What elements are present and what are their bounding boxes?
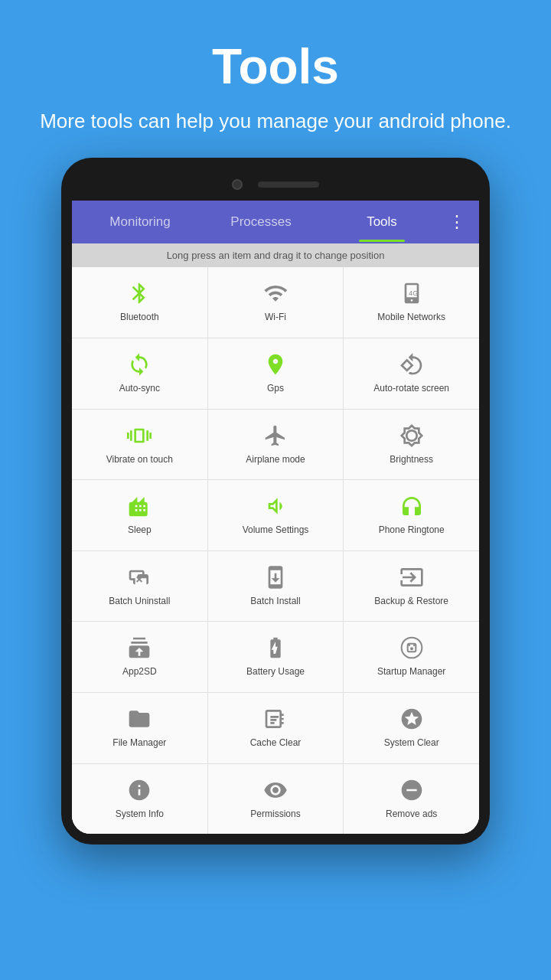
tool-brightness-label: Brightness (390, 454, 433, 466)
tool-batch-uninstall[interactable]: Batch Uninstall (72, 551, 207, 622)
volume-icon (263, 494, 288, 518)
tab-processes[interactable]: Processes (201, 202, 321, 242)
header: Tools More tools can help you manage you… (9, 0, 542, 158)
tool-auto-rotate[interactable]: Auto-rotate screen (344, 338, 479, 409)
sleep-icon (127, 494, 152, 518)
phone-notch (72, 168, 479, 201)
permissions-icon (263, 778, 288, 802)
tool-system-info-label: System Info (116, 808, 164, 821)
tool-ringtone-label: Phone Ringtone (379, 524, 445, 537)
tool-airplane[interactable]: Airplane mode (208, 410, 344, 480)
vibrate-icon (127, 423, 152, 448)
tool-mobile-networks[interactable]: 4G Mobile Networks (344, 267, 479, 338)
svg-point-3 (413, 645, 416, 647)
tool-vibrate[interactable]: Vibrate on touch (72, 410, 207, 480)
tool-batch-install[interactable]: Batch Install (208, 551, 344, 622)
tool-batch-uninstall-label: Batch Uninstall (109, 596, 170, 608)
tool-sleep[interactable]: Sleep (72, 480, 207, 550)
svg-point-4 (410, 648, 413, 651)
tool-volume[interactable]: Volume Settings (208, 480, 344, 550)
tool-backup-label: Backup & Restore (374, 596, 448, 608)
tab-monitoring[interactable]: Monitoring (80, 202, 201, 242)
tool-bluetooth-label: Bluetooth (120, 312, 159, 324)
gps-icon (263, 352, 288, 377)
tool-file-manager[interactable]: File Manager (72, 693, 207, 763)
tool-gps-label: Gps (267, 383, 284, 395)
tool-remove-ads-label: Remove ads (386, 808, 437, 821)
batch-uninstall-icon (127, 565, 152, 590)
tool-startup-label: Startup Manager (377, 666, 445, 678)
cache-clear-icon (263, 707, 288, 731)
tool-file-manager-label: File Manager (112, 737, 166, 750)
tool-cache-clear-label: Cache Clear (250, 737, 302, 750)
tool-mobile-networks-label: Mobile Networks (377, 312, 445, 324)
tool-cache-clear[interactable]: Cache Clear (208, 693, 344, 763)
tab-tools[interactable]: Tools (321, 202, 442, 242)
startup-icon (399, 635, 424, 660)
page-title: Tools (40, 38, 511, 95)
svg-point-2 (408, 645, 410, 647)
system-info-icon (127, 778, 152, 802)
backup-icon (399, 565, 424, 590)
hint-bar: Long press an item and drag it to change… (72, 243, 479, 267)
tool-wifi[interactable]: Wi-Fi (208, 267, 344, 338)
tool-ringtone[interactable]: Phone Ringtone (344, 480, 479, 550)
tool-startup[interactable]: Startup Manager (344, 622, 479, 692)
system-clear-icon (399, 707, 424, 731)
batch-install-icon (263, 565, 288, 590)
speaker (258, 181, 319, 188)
sync-icon (127, 352, 152, 377)
remove-ads-icon (399, 778, 424, 802)
wifi-icon (263, 281, 288, 305)
tab-bar: Monitoring Processes Tools ⋮ (72, 201, 479, 243)
tool-system-clear-label: System Clear (384, 737, 439, 750)
svg-text:4G: 4G (409, 289, 418, 297)
tool-backup[interactable]: Backup & Restore (344, 551, 479, 622)
ringtone-icon (399, 494, 424, 518)
rotate-icon (399, 352, 424, 377)
tool-app2sd-label: App2SD (122, 666, 157, 678)
airplane-icon (263, 423, 288, 448)
file-manager-icon (127, 707, 152, 731)
tool-bluetooth[interactable]: Bluetooth (72, 267, 207, 338)
tool-vibrate-label: Vibrate on touch (106, 454, 173, 466)
tool-battery[interactable]: Battery Usage (208, 622, 344, 692)
tool-system-info[interactable]: System Info (72, 764, 207, 835)
app2sd-icon (127, 635, 152, 660)
tool-auto-sync[interactable]: Auto-sync (72, 338, 207, 409)
tool-auto-rotate-label: Auto-rotate screen (373, 383, 449, 395)
camera (232, 179, 243, 190)
tool-gps[interactable]: Gps (208, 338, 344, 409)
tool-sleep-label: Sleep (128, 524, 152, 537)
mobile-network-icon: 4G (399, 281, 424, 305)
page-subtitle: More tools can help you manage your andr… (40, 107, 511, 135)
more-menu-button[interactable]: ⋮ (442, 212, 471, 232)
tool-volume-label: Volume Settings (243, 524, 309, 537)
tool-permissions-label: Permissions (250, 808, 300, 821)
tool-auto-sync-label: Auto-sync (119, 383, 160, 395)
tool-brightness[interactable]: Brightness (344, 410, 479, 480)
tool-remove-ads[interactable]: Remove ads (344, 764, 479, 835)
phone-screen: Monitoring Processes Tools ⋮ Long press … (72, 201, 479, 834)
tool-wifi-label: Wi-Fi (265, 312, 286, 324)
tool-batch-install-label: Batch Install (250, 596, 300, 608)
bluetooth-icon (127, 281, 152, 305)
tools-grid: Bluetooth Wi-Fi 4G Mobile Networks (72, 267, 479, 834)
phone-mockup: Monitoring Processes Tools ⋮ Long press … (61, 158, 490, 844)
tool-airplane-label: Airplane mode (246, 454, 305, 466)
tool-battery-label: Battery Usage (246, 666, 305, 678)
tool-system-clear[interactable]: System Clear (344, 693, 479, 763)
tool-permissions[interactable]: Permissions (208, 764, 344, 835)
tool-app2sd[interactable]: App2SD (72, 622, 207, 692)
battery-icon (263, 635, 288, 660)
brightness-icon (399, 423, 424, 448)
